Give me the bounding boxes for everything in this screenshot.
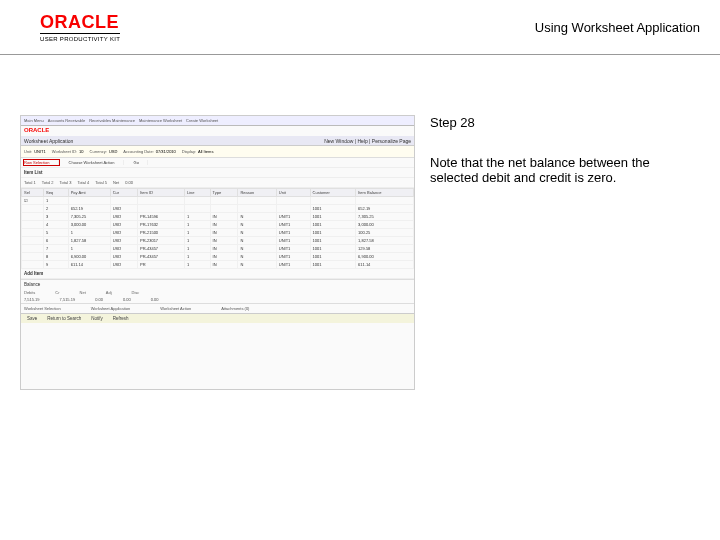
cell-cur: USD <box>110 237 137 245</box>
balance-values: 7,515.19 7,515.19 0.00 0.00 0.00 <box>21 296 414 303</box>
cell-reason: N <box>238 237 276 245</box>
cell-pay: 1 <box>68 245 110 253</box>
cell-reason: N <box>238 253 276 261</box>
cell-sel <box>22 205 44 213</box>
cell-bal: 129.58 <box>356 245 414 253</box>
cell-pay: 7,305.25 <box>68 213 110 221</box>
cell-item: PR-43457 <box>138 245 185 253</box>
cell-type <box>210 197 238 205</box>
table-row: 37,305.25USDPR-145961INNUNIT110017,305.2… <box>22 213 414 221</box>
bottom-bar: Save Return to Search Notify Refresh <box>21 313 414 323</box>
control-panel: Unit:UNIT1 Worksheet ID:10 Currency:USD … <box>21 146 414 158</box>
cell-pay <box>68 197 110 205</box>
display-value: All Items <box>198 149 213 154</box>
bal-h-adj: Adj <box>106 290 112 295</box>
cell-sel: ☑ <box>22 197 44 205</box>
unit-value: UNIT1 <box>34 149 46 154</box>
notify-button[interactable]: Notify <box>88 316 106 321</box>
cell-seq: 6 <box>43 237 68 245</box>
add-item-button[interactable]: Add Item <box>21 269 414 279</box>
bal-h-disc: Disc <box>132 290 140 295</box>
link-attach[interactable]: Attachments (0) <box>221 306 249 311</box>
col-header: Sel <box>22 189 44 197</box>
refresh-button[interactable]: Refresh <box>110 316 132 321</box>
cell-pay: 1,827.58 <box>68 237 110 245</box>
cell-cust: 1001 <box>310 213 356 221</box>
table-row: 71USDPR-434571INNUNIT11001129.58 <box>22 245 414 253</box>
col-header: Item Balance <box>356 189 414 197</box>
cell-type: IN <box>210 229 238 237</box>
oracle-logo: ORACLE USER PRODUCTIVITY KIT <box>40 12 120 42</box>
cell-sel <box>22 229 44 237</box>
bal-debits: 7,515.19 <box>24 297 40 302</box>
cell-type: IN <box>210 237 238 245</box>
cell-seq: 9 <box>43 261 68 269</box>
link-ws-sel[interactable]: Worksheet Selection <box>24 306 61 311</box>
cell-type: IN <box>210 245 238 253</box>
cell-cur: USD <box>110 253 137 261</box>
cell-line <box>184 205 210 213</box>
cell-item <box>138 197 185 205</box>
cell-type <box>210 205 238 213</box>
balance-col-headers: Debits Cr Net Adj Disc <box>21 289 414 296</box>
cell-item: PR-14596 <box>138 213 185 221</box>
app-title-bar: Worksheet Application New Window | Help … <box>21 136 414 146</box>
cell-reason: N <box>238 261 276 269</box>
bal-adj: 0.00 <box>123 297 131 302</box>
row-selection-label: Row Selection <box>24 160 59 165</box>
cell-pay: 6,900.00 <box>68 253 110 261</box>
net-label: Net <box>113 180 119 185</box>
cell-reason <box>238 205 276 213</box>
cell-seq: 1 <box>43 197 68 205</box>
cell-sel <box>22 261 44 269</box>
cell-line: 1 <box>184 213 210 221</box>
cell-bal: 1,827.58 <box>356 237 414 245</box>
document-title: Using Worksheet Application <box>535 20 700 35</box>
cell-cur: USD <box>110 261 137 269</box>
table-row: ☑1 <box>22 197 414 205</box>
col-header: Customer <box>310 189 356 197</box>
crumb-ar: Accounts Receivable <box>48 118 85 123</box>
crumb-maint: Receivables Maintenance <box>89 118 135 123</box>
app-logo: ORACLE <box>21 126 414 136</box>
link-ws-app[interactable]: Worksheet Application <box>91 306 131 311</box>
cell-unit <box>276 205 310 213</box>
totals-row: Total 1 Total 2 Total 3 Total 4 Total 5 … <box>21 178 414 188</box>
cell-bal: 6,900.00 <box>356 253 414 261</box>
table-row: 43,000.00USDPR-176321INNUNIT110013,000.0… <box>22 221 414 229</box>
net-value: 0.00 <box>125 180 133 185</box>
link-ws-action[interactable]: Worksheet Action <box>160 306 191 311</box>
save-button[interactable]: Save <box>24 316 40 321</box>
cell-sel <box>22 221 44 229</box>
cell-item: PR-43457 <box>138 253 185 261</box>
cell-reason <box>238 197 276 205</box>
choose-action-label: Choose Worksheet Action <box>69 160 124 165</box>
go-button[interactable]: Go <box>134 160 148 165</box>
cell-cur <box>110 197 137 205</box>
subbrand-text: USER PRODUCTIVITY KIT <box>40 33 120 42</box>
bal-cr: 7,515.19 <box>60 297 76 302</box>
cell-cust <box>310 197 356 205</box>
cell-seq: 5 <box>43 229 68 237</box>
cell-line: 1 <box>184 237 210 245</box>
cell-sel <box>22 245 44 253</box>
cell-seq: 7 <box>43 245 68 253</box>
cell-cust: 1001 <box>310 237 356 245</box>
cell-line: 1 <box>184 253 210 261</box>
ws-id-value: 10 <box>79 149 83 154</box>
return-button[interactable]: Return to Search <box>44 316 84 321</box>
cell-sel <box>22 237 44 245</box>
table-row: 51USDPR-215001INNUNIT11001100.25 <box>22 229 414 237</box>
cell-cust: 1001 <box>310 205 356 213</box>
cell-unit: UNIT1 <box>276 213 310 221</box>
cell-bal: 3,000.00 <box>356 221 414 229</box>
cell-unit: UNIT1 <box>276 229 310 237</box>
app-brand: ORACLE <box>24 127 49 133</box>
cell-seq: 4 <box>43 221 68 229</box>
col-header: Cur <box>110 189 137 197</box>
cell-unit: UNIT1 <box>276 245 310 253</box>
cell-cust: 1001 <box>310 245 356 253</box>
cell-unit <box>276 197 310 205</box>
cell-unit: UNIT1 <box>276 237 310 245</box>
cell-cur: USD <box>110 245 137 253</box>
